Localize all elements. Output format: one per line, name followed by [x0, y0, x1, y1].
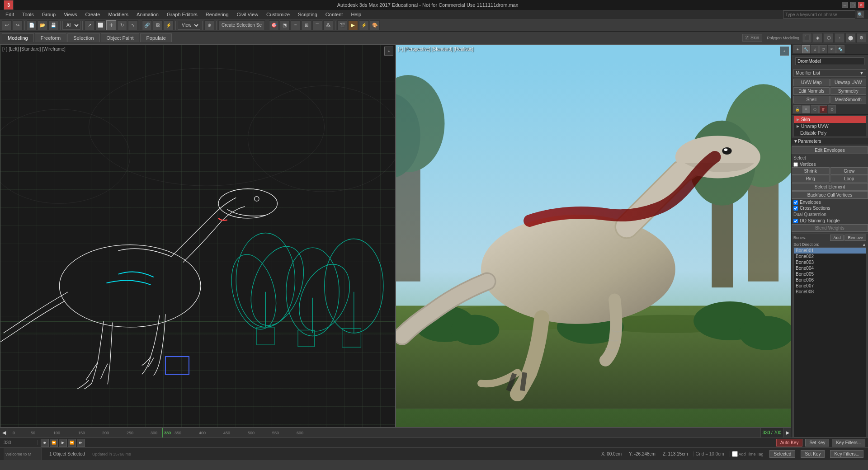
object-name-input[interactable]: DromModel [795, 57, 864, 65]
lock-stack-icon[interactable]: 🔒 [793, 105, 802, 113]
viewport-left[interactable]: [+] [Left] [Standard] [Wireframe] [0, 44, 396, 428]
menu-help[interactable]: Help [347, 11, 365, 18]
tab-object-paint[interactable]: Object Paint [101, 33, 140, 42]
particle-button[interactable]: ⁂ [323, 20, 333, 30]
timeline-cursor[interactable] [162, 428, 163, 437]
unlink-tool[interactable]: ⛓ [153, 20, 163, 30]
cross-sections-checkbox[interactable] [793, 206, 798, 211]
isolate-button[interactable]: 🎯 [269, 20, 279, 30]
edit-envelopes-btn[interactable]: Edit Envelopes [792, 146, 868, 154]
show-result-icon[interactable]: ≡ [802, 105, 810, 113]
bone-item-6[interactable]: Bone006 [794, 277, 866, 283]
skin-tab[interactable]: 2: Skin [742, 34, 763, 42]
timeline-bar[interactable]: 0 50 100 150 200 250 300 330 350 400 450… [8, 428, 760, 437]
sub-tool-btn-2[interactable]: ◈ [813, 33, 823, 43]
shell-btn[interactable]: Shell [793, 96, 830, 103]
reference-coord-dropdown[interactable]: View [178, 21, 200, 30]
settings-btn[interactable]: ⚙ [856, 33, 866, 43]
mesh-smooth-btn[interactable]: MeshSmooth [830, 96, 867, 103]
menu-animation[interactable]: Animation [133, 11, 162, 18]
set-key-btn[interactable]: Set Key [805, 439, 829, 446]
menu-edit[interactable]: Edit [2, 11, 18, 18]
motion-tab-icon[interactable]: ⏱ [819, 45, 827, 53]
auto-key-btn[interactable]: Auto Key [776, 439, 803, 446]
rotate-tool[interactable]: ↻ [117, 20, 127, 30]
tab-populate[interactable]: Populate [140, 33, 171, 42]
symmetry-btn[interactable]: Symmetry [830, 87, 867, 95]
loop-btn[interactable]: Loop [830, 175, 868, 183]
modifier-editable-poly[interactable]: Editable Poly [794, 130, 866, 136]
dq-skinning-checkbox[interactable] [793, 219, 798, 223]
render-setup-button[interactable]: 🎬 [337, 20, 347, 30]
modifier-skin[interactable]: ▶ Skin [794, 116, 866, 123]
open-button[interactable]: 📂 [38, 20, 47, 30]
menu-graph-editors[interactable]: Graph Editors [163, 11, 201, 18]
timeline-scroll-right[interactable]: ▶ [783, 428, 791, 437]
modifier-unwrap-uvw[interactable]: ▶ Unwrap UVW [794, 123, 866, 130]
remove-modifier-icon[interactable]: 🗑 [819, 105, 827, 113]
search-input[interactable] [783, 10, 855, 19]
make-unique-icon[interactable]: ⬡ [811, 105, 819, 113]
time-tag-checkbox[interactable] [732, 451, 738, 457]
timeline-expand[interactable]: ◀ [0, 428, 8, 437]
modify-tab-icon[interactable]: 🔧 [802, 45, 810, 53]
menu-scripting[interactable]: Scripting [294, 11, 321, 18]
layer-button[interactable]: ⊞ [302, 20, 311, 30]
prev-frame-btn[interactable]: ⏪ [50, 439, 58, 447]
undo-button[interactable]: ↩ [2, 20, 12, 30]
bone-item-3[interactable]: Bone003 [794, 259, 866, 265]
bone-item-8[interactable]: Bone008 [794, 289, 866, 295]
next-frame-btn[interactable]: ⏩ [68, 439, 76, 447]
bone-item-5[interactable]: Bone005 [794, 271, 866, 277]
goto-end-btn[interactable]: ⏭ [77, 439, 85, 447]
close-button[interactable]: ✕ [858, 2, 864, 8]
menu-rendering[interactable]: Rendering [202, 11, 232, 18]
menu-create[interactable]: Create [81, 11, 104, 18]
blend-weights-btn[interactable]: Blend Weights [792, 224, 868, 232]
tab-freeform[interactable]: Freeform [35, 33, 67, 42]
select-tool[interactable]: ↗ [85, 20, 94, 30]
menu-content[interactable]: Content [322, 11, 347, 18]
save-button[interactable]: 💾 [48, 20, 58, 30]
play-btn[interactable]: ▶ [59, 439, 67, 447]
redo-button[interactable]: ↪ [13, 20, 23, 30]
move-tool[interactable]: ✛ [106, 20, 116, 30]
selected-status-btn[interactable]: Selected [769, 450, 795, 458]
minimize-button[interactable]: ─ [842, 2, 848, 8]
window-controls[interactable]: ─ □ ✕ [842, 2, 864, 8]
select-region-tool[interactable]: ⬜ [95, 20, 105, 30]
menu-tools[interactable]: Tools [19, 11, 38, 18]
bones-list[interactable]: Bone001 Bone002 Bone003 Bone004 Bone005 … [793, 247, 866, 437]
quick-render-button[interactable]: ⚡ [359, 20, 369, 30]
search-button[interactable]: 🔍 [856, 10, 864, 19]
backface-cull-btn[interactable]: Backface Cull Vertices [792, 191, 868, 199]
timeline-position-display[interactable]: 330 / 700 [760, 428, 783, 437]
viewport-right-options-icon[interactable]: + [780, 47, 789, 56]
sub-tool-btn-1[interactable]: ⬛ [802, 33, 812, 43]
menu-civil-view[interactable]: Civil View [233, 11, 262, 18]
unwrap-uvw-btn[interactable]: Unwrap UVW [830, 79, 867, 86]
restore-button[interactable]: □ [850, 2, 856, 8]
vertices-checkbox[interactable] [793, 162, 798, 167]
configure-modifier-icon[interactable]: ⚙ [828, 105, 836, 113]
set-key-status-btn[interactable]: Set Key [801, 450, 825, 458]
bones-remove-btn[interactable]: Remove [844, 235, 866, 241]
bones-add-btn[interactable]: Add [830, 235, 844, 241]
parameters-section-header[interactable]: ▼ Parameters [792, 138, 868, 145]
select-element-btn[interactable]: Select Element [792, 183, 868, 191]
sort-direction-toggle[interactable]: ▲ [862, 242, 866, 247]
menu-customize[interactable]: Customize [263, 11, 293, 18]
viewport-options-icon[interactable]: + [384, 47, 393, 56]
display-tab-icon[interactable]: 👁 [828, 45, 836, 53]
menu-views[interactable]: Views [60, 11, 80, 18]
material-editor-button[interactable]: 🎨 [370, 20, 380, 30]
tab-modeling[interactable]: Modeling [2, 33, 34, 42]
create-selection-set-button[interactable]: Create Selection Se [218, 20, 265, 30]
sub-tool-btn-4[interactable]: ◦ [835, 33, 844, 43]
sub-tool-btn-3[interactable]: ⬡ [824, 33, 834, 43]
create-tab-icon[interactable]: ✦ [793, 45, 802, 53]
bone-item-2[interactable]: Bone002 [794, 254, 866, 259]
modifier-list-dropdown[interactable]: Modifier List ▼ [793, 69, 866, 77]
link-tool[interactable]: 🔗 [142, 20, 152, 30]
tab-selection[interactable]: Selection [67, 33, 99, 42]
